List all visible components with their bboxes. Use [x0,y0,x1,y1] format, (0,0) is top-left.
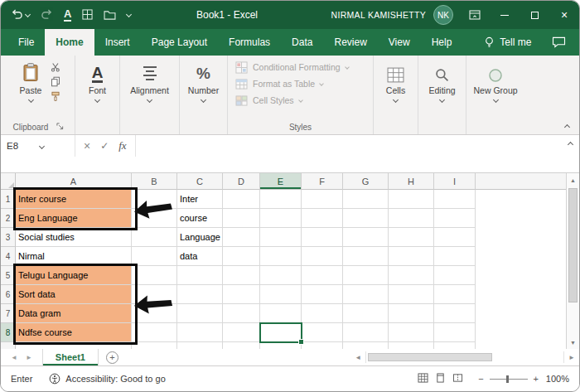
cell-I5[interactable] [434,266,476,285]
menu-tab-review[interactable]: Review [323,29,377,56]
cell-C8[interactable] [177,323,223,342]
cell-H8[interactable] [389,323,434,342]
cell-A4[interactable]: Nirmal [16,247,132,266]
cell-F8[interactable] [302,323,343,342]
cell-C4[interactable]: data [177,247,223,266]
underline-button[interactable]: A [64,8,71,22]
cancel-button[interactable]: × [84,139,90,152]
cell-B8[interactable] [132,323,177,342]
cell-styles-button[interactable]: Cell Styles [232,92,302,109]
collapse-ribbon-button[interactable] [564,124,570,130]
cell-G5[interactable] [343,266,389,285]
undo-button[interactable] [11,9,30,20]
alignment-group-button[interactable]: Alignment [123,59,176,102]
cell-A7[interactable]: Data gram [16,304,132,323]
row-header-3[interactable]: 3 [1,228,16,247]
cell-D2[interactable] [223,209,260,228]
new-sheet-button[interactable]: + [106,351,118,364]
cell-F5[interactable] [302,266,343,285]
open-button[interactable] [104,10,116,20]
cell-B4[interactable] [132,247,177,266]
row-header-4[interactable]: 4 [1,247,16,266]
cell-G3[interactable] [343,228,389,247]
editing-group-button[interactable]: Editing [422,59,462,102]
cell-E7[interactable] [260,304,302,323]
ribbon-display-options-button[interactable] [460,1,490,29]
normal-view-button[interactable] [418,373,428,385]
cell-E5[interactable] [260,266,302,285]
zoom-out-button[interactable]: − [478,374,483,384]
new-group-button[interactable]: New Group [466,59,524,102]
cell-D3[interactable] [223,228,260,247]
cell-I7[interactable] [434,304,476,323]
row-header-2[interactable]: 2 [1,209,16,228]
zoom-in-button[interactable]: + [534,374,539,384]
cell-A3[interactable]: Social studies [16,228,132,247]
menu-tab-insert[interactable]: Insert [94,29,141,56]
cell-G4[interactable] [343,247,389,266]
cell-G7[interactable] [343,304,389,323]
cell-G8[interactable] [343,323,389,342]
column-header-A[interactable]: A [16,173,132,190]
cell-C9[interactable] [177,342,223,349]
insert-function-button[interactable]: fx [118,139,126,152]
cell-F3[interactable] [302,228,343,247]
minimize-button[interactable] [490,1,520,29]
cell-H4[interactable] [389,247,434,266]
font-group-button[interactable]: A Font [79,59,117,102]
menu-tab-help[interactable]: Help [421,29,463,56]
cell-G6[interactable] [343,285,389,304]
column-header-D[interactable]: D [223,173,260,190]
page-break-view-button[interactable] [452,373,463,385]
enter-button[interactable]: ✓ [100,140,109,152]
cell-C6[interactable] [177,285,223,304]
menu-tab-file[interactable]: File [7,29,45,56]
horizontal-scrollbar[interactable] [365,351,564,363]
cell-D9[interactable] [223,342,260,349]
copy-button[interactable] [51,76,60,87]
cell-C5[interactable] [177,266,223,285]
cell-F2[interactable] [302,209,343,228]
cut-button[interactable] [51,62,60,72]
row-header-1[interactable]: 1 [1,190,16,209]
menu-tab-formulas[interactable]: Formulas [218,29,281,56]
cell-E4[interactable] [260,247,302,266]
cell-D8[interactable] [223,323,260,342]
row-header-9[interactable] [1,342,16,349]
cells-group-button[interactable]: Cells [377,59,415,102]
cell-F6[interactable] [302,285,343,304]
cell-A9[interactable] [16,342,132,349]
hscroll-left-button[interactable]: ◄ [350,349,365,365]
cell-H2[interactable] [389,209,434,228]
cell-B2[interactable] [132,209,177,228]
conditional-formatting-button[interactable]: Conditional Formatting [232,59,349,75]
cell-C1[interactable]: Inter [177,190,223,209]
clipboard-dialog-launcher[interactable] [56,123,64,132]
format-as-table-button[interactable]: Format as Table [232,75,323,92]
zoom-slider-thumb[interactable] [506,375,509,383]
cell-B5[interactable] [132,266,177,285]
select-all-corner[interactable] [1,173,16,190]
menu-tab-view[interactable]: View [378,29,421,56]
cell-F9[interactable] [302,342,343,349]
cell-D1[interactable] [223,190,260,209]
page-layout-view-button[interactable] [435,373,446,385]
cell-B6[interactable] [132,285,177,304]
cell-B9[interactable] [132,342,177,349]
cell-E2[interactable] [260,209,302,228]
name-box[interactable]: E8 [1,135,75,157]
borders-button[interactable] [82,9,93,20]
cell-E6[interactable] [260,285,302,304]
cell-E3[interactable] [260,228,302,247]
close-button[interactable]: × [549,1,579,29]
cell-I2[interactable] [434,209,476,228]
cell-F4[interactable] [302,247,343,266]
scroll-down-button[interactable]: ▼ [567,336,579,349]
column-header-B[interactable]: B [132,173,177,190]
cell-I4[interactable] [434,247,476,266]
scroll-up-button[interactable]: ▲ [567,173,579,186]
cell-H6[interactable] [389,285,434,304]
row-header-7[interactable]: 7 [1,304,16,323]
cell-C3[interactable]: Language [177,228,223,247]
menu-tab-home[interactable]: Home [45,29,94,56]
